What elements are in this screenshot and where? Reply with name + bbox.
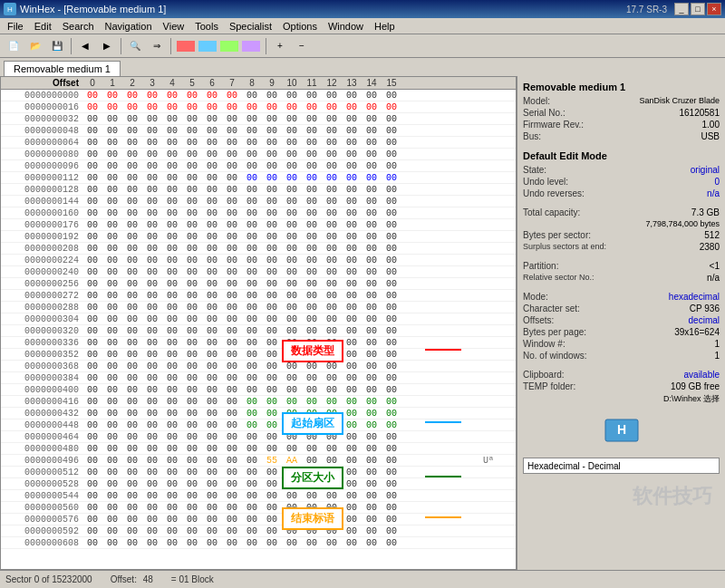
- hex-cell[interactable]: 00: [282, 149, 302, 159]
- hex-cell[interactable]: 00: [222, 173, 242, 183]
- hex-cell[interactable]: 00: [202, 303, 222, 313]
- hex-cell[interactable]: 00: [122, 314, 142, 324]
- hex-cell[interactable]: 00: [362, 220, 382, 230]
- hex-cell[interactable]: 00: [322, 173, 342, 183]
- hex-cell[interactable]: 00: [142, 456, 162, 466]
- hex-cell[interactable]: 00: [342, 456, 362, 466]
- hex-cell[interactable]: 00: [182, 208, 202, 218]
- hex-cell[interactable]: 00: [382, 303, 401, 313]
- hex-cell[interactable]: 00: [162, 220, 182, 230]
- hex-cell[interactable]: 00: [282, 350, 302, 360]
- hex-cell[interactable]: 00: [242, 291, 262, 301]
- hex-cell[interactable]: 00: [202, 326, 222, 336]
- hex-cell[interactable]: 00: [102, 491, 122, 501]
- hex-cell[interactable]: 00: [142, 432, 162, 442]
- hex-cell[interactable]: 00: [362, 385, 382, 395]
- table-row[interactable]: 0000000288000000000000000000000000000000…: [1, 302, 516, 313]
- table-row[interactable]: 0000000000000000000000000000000000000000…: [1, 90, 516, 101]
- hex-cell[interactable]: 00: [282, 479, 302, 489]
- hex-cell[interactable]: 00: [222, 432, 242, 442]
- hex-cell[interactable]: 00: [282, 232, 302, 242]
- search-button[interactable]: 🔍: [125, 36, 145, 56]
- hex-cell[interactable]: 00: [182, 385, 202, 395]
- hex-cell[interactable]: 00: [122, 420, 142, 430]
- hex-cell[interactable]: 00: [302, 197, 322, 207]
- hex-cell[interactable]: 00: [282, 138, 302, 148]
- table-row[interactable]: 0000000304000000000000000000000000000000…: [1, 313, 516, 325]
- hex-cell[interactable]: 00: [242, 138, 262, 148]
- hex-cell[interactable]: 00: [82, 91, 102, 101]
- hex-cell[interactable]: 00: [222, 538, 242, 548]
- hex-cell[interactable]: 00: [242, 444, 262, 454]
- hex-cell[interactable]: 00: [302, 432, 322, 442]
- hex-cell[interactable]: 00: [102, 526, 122, 536]
- hex-cell[interactable]: 00: [202, 138, 222, 148]
- hex-cell[interactable]: 00: [182, 373, 202, 383]
- hex-cell[interactable]: 00: [122, 338, 142, 348]
- hex-cell[interactable]: 00: [182, 114, 202, 124]
- hex-cell[interactable]: 00: [82, 126, 102, 136]
- hex-cell[interactable]: 00: [102, 102, 122, 112]
- hex-cell[interactable]: 00: [282, 373, 302, 383]
- hex-cell[interactable]: 00: [102, 185, 122, 195]
- table-row[interactable]: 0000000544000000000000000000000000000000…: [1, 490, 516, 502]
- table-row[interactable]: 0000000224000000000000000000000000000000…: [1, 255, 516, 266]
- hex-cell[interactable]: 00: [202, 350, 222, 360]
- hex-cell[interactable]: 00: [202, 385, 222, 395]
- hex-cell[interactable]: 00: [362, 456, 382, 466]
- hex-cell[interactable]: 00: [262, 197, 282, 207]
- hex-cell[interactable]: 00: [342, 232, 362, 242]
- hex-cell[interactable]: 00: [342, 102, 362, 112]
- new-button[interactable]: 📄: [4, 36, 24, 56]
- hex-cell[interactable]: 00: [242, 515, 262, 525]
- hex-cell[interactable]: 00: [362, 291, 382, 301]
- hex-cell[interactable]: 00: [322, 185, 342, 195]
- table-row[interactable]: 0000000416000000000000000000000000000000…: [1, 396, 516, 408]
- hex-cell[interactable]: 55: [262, 456, 282, 466]
- hex-cell[interactable]: 00: [122, 361, 142, 371]
- hex-cell[interactable]: 00: [322, 232, 342, 242]
- hex-cell[interactable]: 00: [322, 350, 342, 360]
- hex-cell[interactable]: 00: [262, 373, 282, 383]
- menu-specialist[interactable]: Specialist: [224, 20, 277, 33]
- hex-cell[interactable]: 00: [222, 350, 242, 360]
- hex-cell[interactable]: 00: [202, 185, 222, 195]
- table-row[interactable]: 0000000160000000000000000000000000000000…: [1, 207, 516, 219]
- hex-cell[interactable]: 00: [362, 173, 382, 183]
- hex-cell[interactable]: 00: [182, 420, 202, 430]
- hex-cell[interactable]: 00: [182, 326, 202, 336]
- hex-cell[interactable]: AA: [282, 456, 302, 466]
- hex-cell[interactable]: 00: [302, 173, 322, 183]
- hex-cell[interactable]: 00: [362, 255, 382, 265]
- hex-cell[interactable]: 00: [182, 220, 202, 230]
- hex-cell[interactable]: 00: [262, 491, 282, 501]
- hex-cell[interactable]: 00: [222, 503, 242, 513]
- hex-cell[interactable]: 00: [162, 314, 182, 324]
- hex-cell[interactable]: 00: [362, 126, 382, 136]
- hex-cell[interactable]: 00: [162, 338, 182, 348]
- hex-cell[interactable]: 00: [122, 138, 142, 148]
- hex-cell[interactable]: 00: [302, 303, 322, 313]
- hex-cell[interactable]: 00: [122, 208, 142, 218]
- hex-cell[interactable]: 00: [202, 444, 222, 454]
- hex-cell[interactable]: 00: [282, 91, 302, 101]
- hex-cell[interactable]: 00: [202, 456, 222, 466]
- hex-cell[interactable]: 00: [222, 326, 242, 336]
- menu-window[interactable]: Window: [323, 20, 369, 33]
- table-row[interactable]: 0000000336000000000000000000000000000000…: [1, 337, 516, 349]
- hex-cell[interactable]: 00: [102, 479, 122, 489]
- hex-cell[interactable]: 00: [362, 232, 382, 242]
- hex-cell[interactable]: 00: [222, 314, 242, 324]
- hex-cell[interactable]: 00: [82, 456, 102, 466]
- hex-cell[interactable]: 00: [82, 538, 102, 548]
- hex-cell[interactable]: 00: [182, 432, 202, 442]
- hex-cell[interactable]: 00: [102, 397, 122, 407]
- hex-cell[interactable]: 00: [182, 361, 202, 371]
- hex-cell[interactable]: 00: [122, 255, 142, 265]
- hex-cell[interactable]: 00: [202, 526, 222, 536]
- hex-cell[interactable]: 00: [342, 208, 362, 218]
- hex-cell[interactable]: 00: [242, 208, 262, 218]
- hex-cell[interactable]: 00: [302, 326, 322, 336]
- hex-cell[interactable]: 00: [382, 232, 401, 242]
- hex-cell[interactable]: 00: [142, 303, 162, 313]
